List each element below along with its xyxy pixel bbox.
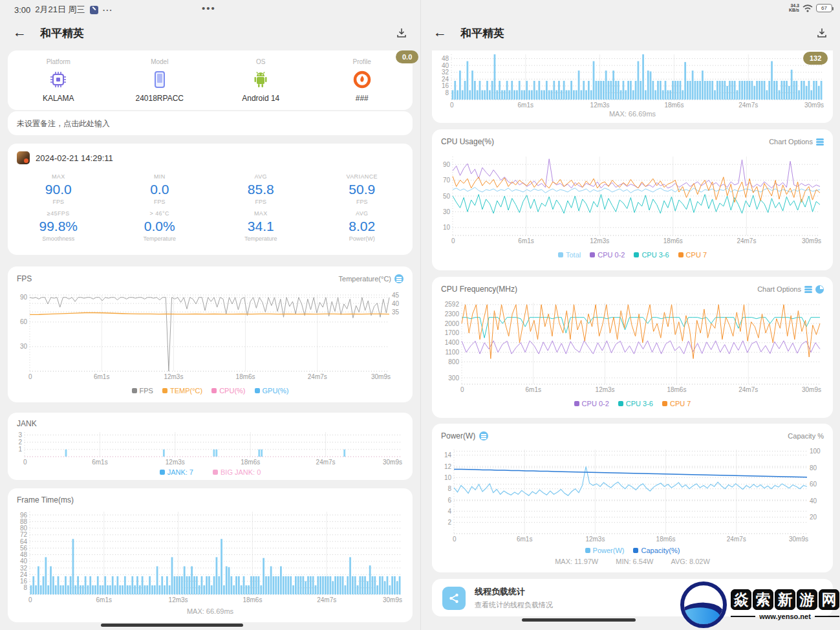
legend-item: CPU(%) bbox=[211, 387, 245, 395]
svg-text:1700: 1700 bbox=[445, 329, 460, 336]
svg-text:18m6s: 18m6s bbox=[236, 373, 255, 380]
svg-text:1: 1 bbox=[18, 446, 22, 453]
svg-text:0: 0 bbox=[453, 536, 457, 543]
power-chart[interactable]: 14121086421008060402006m1s12m3s18m6s24m7… bbox=[437, 444, 828, 544]
svg-text:6m1s: 6m1s bbox=[526, 386, 541, 393]
svg-text:2000: 2000 bbox=[445, 320, 460, 327]
back-button[interactable]: ← bbox=[13, 25, 27, 40]
svg-text:0: 0 bbox=[28, 596, 32, 603]
camera-cutout-dots: ••• bbox=[202, 3, 216, 14]
thread-load-title: 线程负载统计 bbox=[475, 586, 553, 598]
svg-text:0: 0 bbox=[451, 237, 455, 244]
profile-icon bbox=[312, 69, 413, 90]
watermark-site-name: 焱 索 新 游 网 bbox=[731, 589, 839, 610]
svg-text:6m1s: 6m1s bbox=[518, 102, 533, 109]
download-button[interactable] bbox=[396, 27, 407, 39]
svg-text:12m3s: 12m3s bbox=[596, 386, 615, 393]
svg-text:800: 800 bbox=[448, 358, 459, 365]
svg-text:6: 6 bbox=[447, 497, 451, 504]
svg-text:20: 20 bbox=[810, 514, 817, 521]
frametime-max-stat: MAX: 66.69ms bbox=[8, 607, 413, 615]
svg-text:30m9s: 30m9s bbox=[804, 102, 824, 109]
svg-text:60: 60 bbox=[20, 318, 28, 325]
axis-options-icon[interactable] bbox=[394, 274, 404, 283]
frametime-max-stat: MAX: 66.69ms bbox=[432, 110, 833, 118]
left-home-indicator[interactable] bbox=[101, 624, 243, 627]
more-dots: ··· bbox=[103, 5, 113, 15]
svg-text:1400: 1400 bbox=[445, 339, 460, 346]
svg-text:2592: 2592 bbox=[445, 301, 460, 308]
svg-text:18m6s: 18m6s bbox=[667, 386, 686, 393]
svg-text:2: 2 bbox=[18, 439, 22, 446]
svg-text:12m3s: 12m3s bbox=[169, 596, 188, 603]
date: 2月21日 周三 bbox=[35, 4, 85, 16]
svg-text:30m9s: 30m9s bbox=[802, 237, 821, 244]
session-stats-card: 2024-02-21 14:29:11 MAX 90.0 FPS MIN 0.0… bbox=[8, 144, 413, 255]
jank-chart[interactable]: 32106m1s12m3s18m6s24m7s30m9s bbox=[13, 429, 407, 466]
svg-text:0: 0 bbox=[23, 459, 27, 466]
svg-text:90: 90 bbox=[443, 161, 451, 168]
svg-text:18m6s: 18m6s bbox=[241, 459, 260, 466]
svg-text:30: 30 bbox=[20, 343, 28, 350]
left-status-bar: 3:00 2月21日 周三 ··· ••• 21.2 KB/s 67 bbox=[0, 0, 420, 18]
fps-chart[interactable]: 90603045403506m1s12m3s18m6s24m7s30m9s bbox=[13, 290, 407, 382]
svg-text:24m7s: 24m7s bbox=[738, 386, 758, 393]
cpu-freq-title: CPU Frequency(MHz) bbox=[441, 285, 517, 294]
svg-text:14: 14 bbox=[444, 451, 452, 459]
stat-variance-fps: VARIANCE 50.9 FPS bbox=[312, 173, 413, 205]
cpu-freq-chart[interactable]: 25922300200017001400110080030006m1s12m3s… bbox=[437, 299, 828, 395]
svg-text:30m9s: 30m9s bbox=[789, 536, 808, 543]
left-header: ← 和平精英 bbox=[0, 19, 420, 49]
chart-options-button[interactable]: Chart Options bbox=[757, 285, 824, 294]
svg-text:70: 70 bbox=[443, 177, 451, 184]
svg-text:24m7s: 24m7s bbox=[737, 237, 756, 244]
svg-text:6m1s: 6m1s bbox=[96, 596, 112, 603]
legend-item: CPU 7 bbox=[678, 251, 707, 259]
svg-text:2300: 2300 bbox=[445, 310, 460, 318]
bars-icon bbox=[816, 138, 824, 146]
jank-chart-title: JANK bbox=[17, 419, 37, 428]
fps-chart-card: FPS Temperature(°C) 90603045403506m1s12m… bbox=[8, 266, 413, 402]
back-button[interactable]: ← bbox=[433, 25, 447, 40]
svg-text:8: 8 bbox=[23, 584, 27, 591]
cpu-usage-legend: TotalCPU 0-2CPU 3-6CPU 7 bbox=[432, 251, 833, 259]
network-speed: 34.3 KB/s bbox=[789, 3, 799, 12]
legend-item: Power(W) bbox=[585, 547, 625, 554]
note-card[interactable]: 未设置备注，点击此处输入 bbox=[8, 111, 413, 135]
svg-text:12m3s: 12m3s bbox=[166, 459, 185, 466]
svg-text:6m1s: 6m1s bbox=[94, 373, 109, 380]
chart-options-button[interactable]: Chart Options bbox=[769, 138, 824, 146]
battery-icon: 67 bbox=[816, 4, 832, 12]
right-status-bar: 3:00 2月21日 周三 ··· ••• 34.3 KB/s 67 bbox=[420, 0, 840, 18]
frametime-chart[interactable]: 9688807264564840322416806m1s12m3s18m6s24… bbox=[13, 508, 407, 605]
svg-text:6m1s: 6m1s bbox=[517, 536, 532, 543]
right-header: ← 和平精英 bbox=[420, 19, 840, 49]
right-home-indicator[interactable] bbox=[522, 618, 636, 622]
stat-smoothness: ≥45FPS 99.8% Smoothness bbox=[8, 210, 109, 242]
wifi-icon bbox=[802, 4, 813, 12]
frametime-chart-cropped[interactable]: 4840322416806m1s12m3s18m6s24m7s30m9s bbox=[436, 53, 829, 109]
svg-text:3: 3 bbox=[18, 431, 22, 439]
svg-text:30: 30 bbox=[443, 208, 451, 215]
thread-load-subtitle: 查看统计的线程负载情况 bbox=[475, 600, 553, 610]
svg-text:12: 12 bbox=[444, 463, 452, 470]
cpu-freq-legend: CPU 0-2CPU 3-6CPU 7 bbox=[432, 400, 833, 407]
pie-chart-icon[interactable] bbox=[815, 285, 824, 294]
device-model: Model 24018RPACC bbox=[109, 58, 211, 103]
svg-text:45: 45 bbox=[392, 292, 400, 299]
share-icon bbox=[442, 587, 466, 610]
download-button[interactable] bbox=[816, 27, 828, 39]
svg-text:40: 40 bbox=[442, 62, 449, 69]
power-card: Power(W) Capacity % 14121086421008060402… bbox=[432, 424, 833, 572]
legend-item: CPU 0-2 bbox=[590, 251, 625, 259]
svg-text:90: 90 bbox=[20, 294, 28, 301]
legend-item: GPU(%) bbox=[255, 387, 289, 395]
power-legend: Power(W)Capacity(%) bbox=[432, 547, 833, 554]
axis-options-icon[interactable] bbox=[479, 431, 488, 440]
svg-text:12m3s: 12m3s bbox=[590, 102, 610, 109]
cpu-usage-chart[interactable]: 907050301006m1s12m3s18m6s24m7s30m9s bbox=[437, 151, 828, 246]
svg-text:24m7s: 24m7s bbox=[727, 536, 746, 543]
svg-text:300: 300 bbox=[448, 375, 459, 382]
chip-icon bbox=[8, 69, 109, 90]
legend-item: Capacity(%) bbox=[633, 547, 680, 554]
